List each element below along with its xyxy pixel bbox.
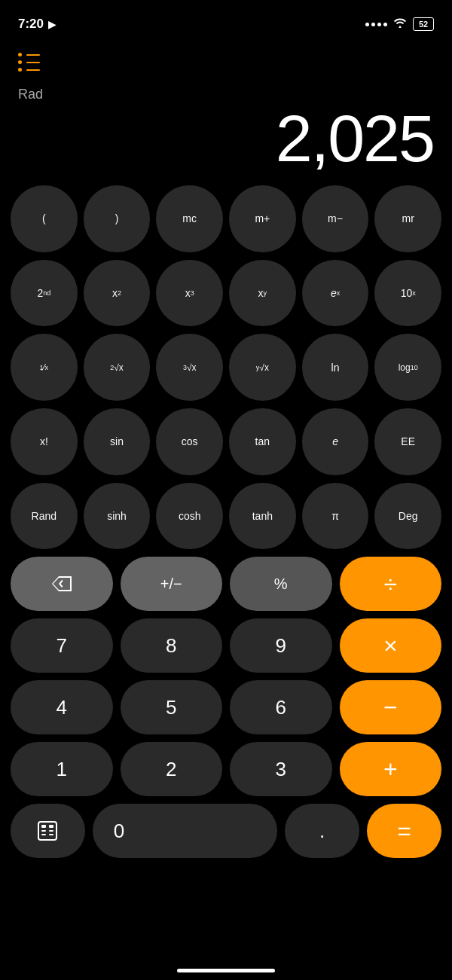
tanh-button[interactable]: tanh: [229, 483, 296, 550]
pi-button[interactable]: π: [302, 483, 369, 550]
sqrt3-button[interactable]: 3√x: [156, 334, 223, 401]
four-button[interactable]: 4: [11, 680, 113, 734]
sci-row-5: Rand sinh cosh tanh π Deg: [11, 483, 441, 550]
zero-button[interactable]: 0: [93, 804, 277, 858]
svg-rect-2: [49, 825, 53, 828]
nine-button[interactable]: 9: [230, 618, 332, 673]
sci-row-1: ( ) mc m+ m− mr: [11, 185, 441, 252]
subtract-button[interactable]: −: [340, 680, 442, 734]
eight-button[interactable]: 8: [121, 618, 223, 673]
num-row-456: 4 5 6 −: [11, 680, 441, 734]
svg-rect-5: [41, 834, 46, 835]
log10-button[interactable]: log10: [374, 334, 441, 401]
x-to-y-button[interactable]: xy: [229, 260, 296, 327]
decimal-button[interactable]: .: [285, 804, 359, 858]
rand-button[interactable]: Rand: [11, 483, 78, 550]
mr-button[interactable]: mr: [374, 185, 441, 252]
num-row-bottom: 0 . =: [11, 804, 441, 858]
calculator-icon-button[interactable]: [11, 804, 85, 858]
wifi-icon: [393, 17, 407, 31]
factorial-button[interactable]: x!: [11, 408, 78, 475]
sci-row-4: x! sin cos tan e EE: [11, 408, 441, 475]
svg-rect-4: [49, 830, 53, 832]
signal-icon: [365, 23, 387, 26]
sinh-button[interactable]: sinh: [84, 483, 151, 550]
status-right: 52: [365, 17, 434, 31]
x-squared-button[interactable]: x2: [84, 260, 151, 327]
m-plus-button[interactable]: m+: [229, 185, 296, 252]
mc-button[interactable]: mc: [156, 185, 223, 252]
sin-button[interactable]: sin: [84, 408, 151, 475]
time-display: 7:20: [18, 17, 44, 32]
sci-row-2: 2nd x2 x3 xy ex 10x: [11, 260, 441, 327]
num-row-789: 7 8 9 ×: [11, 618, 441, 673]
delete-button[interactable]: [11, 557, 113, 611]
euler-button[interactable]: e: [302, 408, 369, 475]
display-area: Rad 2,025: [0, 79, 452, 179]
home-indicator: [177, 969, 275, 972]
one-over-x-button[interactable]: 1⁄x: [11, 334, 78, 401]
battery-icon: 52: [413, 17, 434, 31]
status-time: 7:20 ▶: [18, 17, 56, 32]
cosh-button[interactable]: cosh: [156, 483, 223, 550]
cos-button[interactable]: cos: [156, 408, 223, 475]
svg-rect-1: [41, 825, 46, 828]
divide-button[interactable]: ÷: [340, 557, 442, 611]
add-button[interactable]: +: [340, 742, 442, 796]
display-value: 2,025: [18, 105, 434, 172]
sci-row-3: 1⁄x 2√x 3√x y√x ln log10: [11, 334, 441, 401]
equals-button[interactable]: =: [367, 804, 441, 858]
svg-rect-3: [41, 830, 46, 832]
num-row-123: 1 2 3 +: [11, 742, 441, 796]
deg-button[interactable]: Deg: [374, 483, 441, 550]
svg-rect-6: [49, 834, 53, 835]
angle-mode: Rad: [18, 87, 434, 102]
svg-rect-0: [38, 822, 56, 840]
close-paren-button[interactable]: ): [84, 185, 151, 252]
plus-minus-button[interactable]: +/−: [121, 557, 223, 611]
six-button[interactable]: 6: [230, 680, 332, 734]
tan-button[interactable]: tan: [229, 408, 296, 475]
menu-button[interactable]: [0, 38, 452, 79]
calculator-grid: ( ) mc m+ m− mr 2nd x2 x3 xy ex 10x 1⁄x …: [0, 179, 452, 858]
percent-button[interactable]: %: [230, 557, 332, 611]
sqrty-button[interactable]: y√x: [229, 334, 296, 401]
sqrt2-button[interactable]: 2√x: [84, 334, 151, 401]
ee-button[interactable]: EE: [374, 408, 441, 475]
seven-button[interactable]: 7: [11, 618, 113, 673]
e-to-x-button[interactable]: ex: [302, 260, 369, 327]
x-cubed-button[interactable]: x3: [156, 260, 223, 327]
three-button[interactable]: 3: [230, 742, 332, 796]
two-button[interactable]: 2: [121, 742, 223, 796]
second-button[interactable]: 2nd: [11, 260, 78, 327]
status-bar: 7:20 ▶ 52: [0, 0, 452, 38]
utility-row: +/− % ÷: [11, 557, 441, 611]
m-minus-button[interactable]: m−: [302, 185, 369, 252]
ln-button[interactable]: ln: [302, 334, 369, 401]
open-paren-button[interactable]: (: [11, 185, 78, 252]
five-button[interactable]: 5: [121, 680, 223, 734]
multiply-button[interactable]: ×: [340, 618, 442, 673]
one-button[interactable]: 1: [11, 742, 113, 796]
ten-to-x-button[interactable]: 10x: [374, 260, 441, 327]
location-arrow-icon: ▶: [48, 19, 56, 30]
